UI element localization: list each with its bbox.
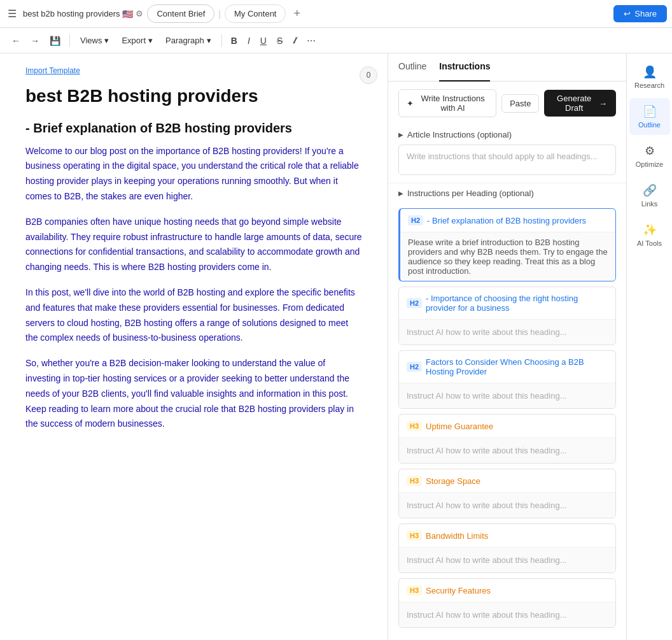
heading-card-header-3: H3 Uptime Guarantee: [399, 415, 615, 437]
heading-card-title-3: Uptime Guarantee: [426, 422, 608, 431]
article-instructions-header[interactable]: ▶ Article Instructions (optional): [388, 125, 626, 145]
heading-card-5[interactable]: H3 Bandwidth Limits Instruct AI how to w…: [398, 523, 616, 573]
right-sidebar: 👤 Research 📄 Outline ⚙ Optimize 🔗 Links …: [626, 53, 672, 640]
instructions-actions: ✦ Write Instructions with AI Paste Gener…: [388, 82, 626, 125]
redo-button[interactable]: →: [27, 33, 43, 48]
heading-cards-container: H2 - Brief explanation of B2B hosting pr…: [388, 203, 626, 633]
strikethrough-button[interactable]: S: [273, 33, 286, 48]
heading-instruction-5[interactable]: Instruct AI how to write about this head…: [399, 547, 615, 572]
gear-icon[interactable]: ⚙: [136, 9, 143, 18]
sidebar-item-outline[interactable]: 📄 Outline: [629, 98, 670, 135]
per-heading-header[interactable]: ▶ Instructions per Heading (optional): [388, 183, 626, 203]
tab-content-brief[interactable]: Content Brief: [147, 4, 214, 23]
paragraph-2: B2B companies often have unique hosting …: [25, 215, 362, 275]
chevron-right-icon: ▶: [398, 131, 403, 138]
views-dropdown[interactable]: Views ▾: [75, 33, 114, 48]
heading-card-title-4: Storage Space: [426, 476, 608, 486]
heading-card-4[interactable]: H3 Storage Space Instruct AI how to writ…: [398, 469, 616, 518]
article-instructions-title: Article Instructions (optional): [407, 130, 512, 139]
more-options-button[interactable]: ⋯: [303, 33, 319, 48]
heading-card-title-5: Bandwidth Limits: [426, 531, 608, 541]
sidebar-label-research: Research: [634, 82, 664, 89]
export-dropdown[interactable]: Export ▾: [116, 33, 158, 48]
tab-instructions[interactable]: Instructions: [439, 53, 490, 82]
instructions-tabs: Outline Instructions: [388, 53, 626, 82]
sidebar-label-ai-tools: AI Tools: [637, 239, 662, 247]
import-template-link[interactable]: Import Template: [25, 66, 362, 75]
outline-icon: 📄: [643, 104, 657, 118]
chevron-down-icon: ▾: [207, 36, 211, 45]
tab-separator: |: [218, 9, 221, 19]
main-area: Import Template 0 best B2B hosting provi…: [0, 53, 672, 640]
top-bar: ☰ best b2b hosting providers 🇺🇸 ⚙ Conten…: [0, 0, 672, 28]
editor-toolbar: ← → 💾 Views ▾ Export ▾ Paragraph ▾ B I U…: [0, 28, 672, 53]
editor-pane: Import Template 0 best B2B hosting provi…: [0, 53, 388, 640]
section-heading: - Brief explanation of B2B hosting provi…: [25, 120, 362, 136]
share-button[interactable]: ↩ Share: [613, 5, 667, 22]
tab-my-content[interactable]: My Content: [225, 4, 286, 23]
add-tab-icon[interactable]: +: [290, 6, 304, 22]
heading-card-header-6: H3 Security Features: [399, 579, 615, 602]
sidebar-item-research[interactable]: 👤 Research: [629, 59, 670, 96]
heading-card-0[interactable]: H2 - Brief explanation of B2B hosting pr…: [398, 208, 616, 281]
heading-card-2[interactable]: H2 Factors to Consider When Choosing a B…: [398, 350, 616, 409]
underline-button[interactable]: U: [256, 33, 270, 48]
ai-icon: ✦: [407, 99, 414, 108]
h2-badge-0: H2: [408, 215, 423, 225]
h3-badge-3: H3: [407, 421, 422, 431]
menu-icon[interactable]: ☰: [5, 5, 19, 22]
heading-card-title-6: Security Features: [426, 586, 608, 595]
research-icon: 👤: [643, 65, 657, 79]
heading-card-title-2: Factors to Consider When Choosing a B2B …: [426, 357, 608, 376]
per-heading-title: Instructions per Heading (optional): [407, 188, 534, 198]
h3-badge-4: H3: [407, 476, 422, 486]
paste-button[interactable]: Paste: [501, 94, 539, 113]
h2-badge-1: H2: [407, 298, 422, 308]
heading-instruction-4[interactable]: Instruct AI how to write about this head…: [399, 492, 615, 518]
h3-badge-5: H3: [407, 530, 422, 541]
share-icon: ↩: [624, 9, 631, 18]
italic-button[interactable]: I: [244, 33, 254, 48]
heading-instruction-6[interactable]: Instruct AI how to write about this head…: [399, 602, 615, 627]
h3-badge-6: H3: [407, 585, 422, 595]
flag-icon: 🇺🇸: [122, 9, 133, 19]
chevron-down-icon: ▾: [148, 36, 153, 45]
word-count-badge: 0: [360, 66, 377, 84]
chevron-down-icon: ▾: [104, 36, 109, 45]
chevron-right-icon-2: ▶: [398, 190, 403, 197]
paragraph-4: So, whether you're a B2B decision-maker …: [25, 356, 362, 432]
heading-card-6[interactable]: H3 Security Features Instruct AI how to …: [398, 578, 616, 628]
heading-instruction-1[interactable]: Instruct AI how to write about this head…: [399, 319, 615, 345]
heading-card-header-4: H3 Storage Space: [399, 469, 615, 492]
heading-card-header-1: H2 - Importance of choosing the right ho…: [399, 287, 615, 319]
undo-button[interactable]: ←: [8, 33, 24, 48]
save-button[interactable]: 💾: [46, 33, 64, 48]
sidebar-label-links: Links: [641, 200, 658, 208]
heading-card-1[interactable]: H2 - Importance of choosing the right ho…: [398, 287, 616, 345]
heading-card-3[interactable]: H3 Uptime Guarantee Instruct AI how to w…: [398, 414, 616, 464]
sidebar-item-ai-tools[interactable]: ✨ AI Tools: [629, 217, 670, 253]
document-heading: best B2B hosting providers: [25, 85, 362, 107]
document-title: best b2b hosting providers 🇺🇸 ⚙: [23, 9, 143, 19]
tab-outline[interactable]: Outline: [398, 53, 426, 82]
heading-instruction-2[interactable]: Instruct AI how to write about this head…: [399, 383, 615, 408]
heading-instruction-0[interactable]: Please write a brief introduction to B2B…: [400, 232, 615, 281]
sidebar-item-optimize[interactable]: ⚙ Optimize: [629, 138, 670, 174]
toolbar-sep-1: [69, 34, 70, 47]
ai-tools-icon: ✨: [643, 223, 657, 237]
sidebar-label-optimize: Optimize: [636, 160, 663, 168]
sidebar-item-links[interactable]: 🔗 Links: [629, 177, 670, 214]
heading-instruction-3[interactable]: Instruct AI how to write about this head…: [399, 437, 615, 463]
paragraph-dropdown[interactable]: Paragraph ▾: [160, 33, 216, 48]
bold-button[interactable]: B: [227, 33, 241, 48]
paragraph-3: In this post, we'll dive into the world …: [25, 285, 362, 346]
italic2-button[interactable]: 𝑰: [289, 32, 300, 48]
paragraph-1: Welcome to our blog post on the importan…: [25, 144, 362, 204]
optimize-icon: ⚙: [645, 144, 655, 158]
article-instructions-input[interactable]: Write instructions that should apply to …: [398, 145, 616, 175]
instructions-pane: Outline Instructions ✦ Write Instruction…: [388, 53, 626, 640]
toolbar-sep-2: [221, 34, 222, 47]
heading-card-title-0: - Brief explanation of B2B hosting provi…: [427, 216, 608, 225]
write-ai-button[interactable]: ✦ Write Instructions with AI: [398, 89, 496, 117]
generate-draft-button[interactable]: Generate Draft →: [544, 90, 616, 117]
